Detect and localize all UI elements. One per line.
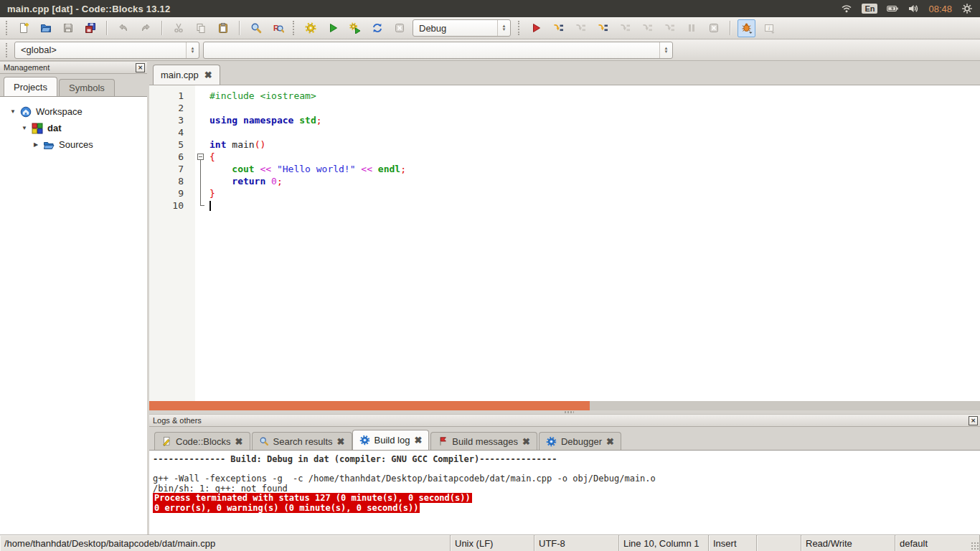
replace-button[interactable]: R — [269, 19, 287, 37]
line-number[interactable]: 1 — [149, 90, 195, 102]
step-into-instruction-button — [660, 19, 678, 37]
fold-line — [200, 187, 201, 199]
tab-build-log[interactable]: Build log✖ — [352, 430, 430, 450]
run-to-cursor-button[interactable] — [549, 19, 567, 37]
session-menu-icon[interactable] — [961, 3, 973, 14]
fold-margin[interactable] — [195, 126, 209, 138]
keyboard-layout-indicator[interactable]: En — [862, 4, 877, 14]
fold-margin[interactable] — [195, 138, 209, 151]
line-number[interactable]: 3 — [149, 114, 195, 126]
toolbar-grip[interactable] — [518, 21, 522, 35]
close-management-icon[interactable]: ✕ — [136, 63, 145, 72]
redo-button — [136, 19, 154, 37]
tree-item-sources[interactable]: ▶Sources — [0, 136, 147, 153]
close-tab-icon[interactable]: ✖ — [606, 437, 614, 446]
fold-margin[interactable] — [195, 187, 209, 199]
bluecog-icon — [546, 436, 557, 447]
paste-button[interactable] — [214, 19, 232, 37]
step-into-button[interactable] — [593, 19, 611, 37]
title-bar[interactable]: main.cpp [dat] - Code::Blocks 13.12 En08… — [0, 0, 980, 17]
debugging-windows-button[interactable] — [738, 19, 755, 37]
scope-select[interactable]: <global> ▲▼ — [14, 42, 199, 59]
line-number[interactable]: 9 — [149, 187, 195, 199]
new-file-button[interactable] — [14, 19, 32, 37]
expander-icon[interactable]: ▼ — [9, 108, 17, 115]
volume-icon[interactable] — [908, 3, 919, 14]
line-number[interactable]: 10 — [149, 199, 195, 212]
fold-margin[interactable] — [195, 175, 209, 187]
line-number[interactable]: 5 — [149, 138, 195, 151]
fold-margin[interactable] — [195, 151, 209, 163]
log-tab-label: Build messages — [452, 436, 518, 447]
break-debugger-button — [682, 19, 700, 37]
tab-code-blocks[interactable]: Code::Blocks✖ — [154, 432, 250, 450]
tab-search-results[interactable]: Search results✖ — [252, 432, 352, 450]
line-number[interactable]: 6 — [149, 151, 195, 163]
close-logs-icon[interactable]: ✕ — [969, 416, 978, 425]
fold-margin[interactable] — [195, 114, 209, 126]
fold-margin[interactable] — [195, 163, 209, 175]
logs-panel-header: Logs & others ✕ — [149, 414, 980, 427]
toolbar-separator — [239, 21, 240, 35]
fold-margin[interactable] — [195, 102, 209, 114]
save-all-button[interactable] — [81, 19, 99, 37]
tab-symbols[interactable]: Symbols — [59, 79, 115, 96]
spinner-buttons[interactable]: ▲▼ — [659, 42, 672, 58]
toolbar-grip[interactable] — [6, 43, 9, 57]
build-and-run-button[interactable] — [346, 19, 364, 37]
debug-continue-button[interactable] — [527, 19, 545, 37]
build-target-select[interactable]: Debug ▲▼ — [413, 19, 511, 37]
fold-collapse-icon[interactable] — [197, 154, 204, 160]
spinner-buttons[interactable]: ▲▼ — [497, 20, 510, 36]
close-tab-icon[interactable]: ✖ — [522, 437, 530, 446]
wifi-icon[interactable] — [841, 3, 852, 14]
log-tab-label: Debugger — [561, 436, 602, 447]
build-log-line: Process terminated with status 127 (0 mi… — [153, 494, 976, 504]
code-line: 3using namespace std; — [149, 114, 980, 126]
spinner-buttons[interactable]: ▲▼ — [186, 42, 199, 58]
h-scroll-thumb[interactable] — [149, 401, 590, 410]
toolbar-grip[interactable] — [293, 21, 296, 35]
debugger-toolbar-group: i — [527, 19, 778, 37]
management-tabs: Projects Symbols — [0, 74, 147, 96]
system-indicators: En08:48 — [841, 3, 973, 14]
tab-build-messages[interactable]: Build messages✖ — [430, 432, 537, 450]
line-number[interactable]: 2 — [149, 102, 195, 114]
symbol-select[interactable]: ▲▼ — [203, 42, 673, 59]
toolbar-grip[interactable] — [6, 21, 9, 35]
tab-projects[interactable]: Projects — [4, 77, 57, 96]
tree-item-workspace[interactable]: ▼Workspace — [0, 103, 147, 120]
close-tab-icon[interactable]: ✖ — [204, 70, 212, 80]
save-button — [59, 19, 77, 37]
expander-icon[interactable]: ▼ — [20, 125, 29, 131]
code-text: int main() — [209, 138, 265, 151]
clock[interactable]: 08:48 — [928, 4, 952, 14]
code-line: 7 cout << "Hello world!" << endl; — [149, 163, 980, 175]
rebuild-button[interactable] — [368, 19, 386, 37]
line-number[interactable]: 7 — [149, 163, 195, 175]
line-number[interactable]: 4 — [149, 126, 195, 138]
build-log-line: -------------- Build: Debug in dat (comp… — [153, 455, 976, 465]
project-icon — [32, 123, 43, 134]
battery-icon[interactable] — [887, 3, 898, 14]
line-number[interactable]: 8 — [149, 175, 195, 187]
svg-text:i: i — [768, 25, 770, 32]
expander-icon[interactable]: ▶ — [32, 141, 40, 148]
build-button[interactable] — [301, 19, 319, 37]
close-tab-icon[interactable]: ✖ — [235, 437, 243, 446]
close-tab-icon[interactable]: ✖ — [337, 437, 345, 446]
close-tab-icon[interactable]: ✖ — [414, 435, 422, 445]
code-text: } — [209, 187, 215, 199]
tab-debugger[interactable]: Debugger✖ — [539, 432, 621, 450]
tree-item-dat[interactable]: ▼dat — [0, 120, 147, 136]
editor-tab-main-cpp[interactable]: main.cpp ✖ — [153, 65, 220, 85]
fold-margin[interactable] — [195, 90, 209, 102]
open-file-button[interactable] — [37, 19, 55, 37]
fold-margin[interactable] — [195, 199, 209, 212]
code-text: return 0; — [209, 175, 283, 187]
horizontal-splitter[interactable] — [149, 410, 980, 414]
find-button[interactable] — [247, 19, 265, 37]
run-button[interactable] — [324, 19, 341, 37]
code-editor[interactable]: 1#include <iostream>23using namespace st… — [149, 85, 980, 401]
editor-h-scrollbar[interactable] — [149, 401, 980, 410]
